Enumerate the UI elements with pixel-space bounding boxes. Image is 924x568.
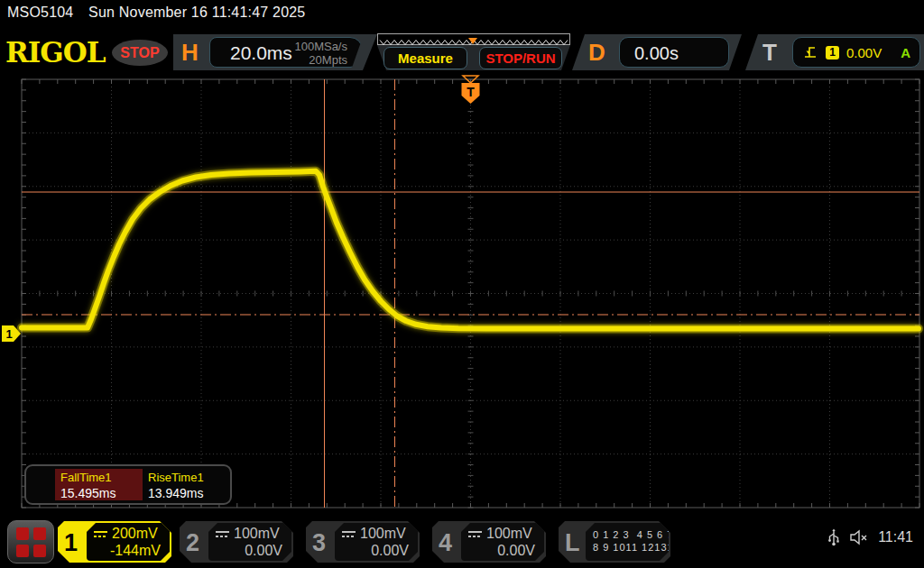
sound-muted-icon	[849, 529, 869, 545]
measurement-falltime[interactable]: FallTime1 15.495ms	[55, 469, 143, 500]
measurement-risetime[interactable]: RiseTime1 13.949ms	[143, 469, 230, 500]
quick-menu-button[interactable]	[7, 520, 54, 563]
measurement-results-panel[interactable]: FallTime1 15.495ms RiseTime1 13.949ms	[24, 464, 232, 505]
measurement-value: 15.495ms	[60, 485, 143, 501]
usb-icon	[827, 528, 840, 546]
measurement-label: RiseTime1	[148, 471, 230, 485]
channel-scale: 100mV	[486, 526, 532, 542]
channel-scale: 100mV	[360, 526, 406, 542]
measurement-value: 13.949ms	[148, 485, 230, 501]
svg-text:T: T	[467, 85, 475, 99]
logic-row-2: 8 9 1011 12131415	[593, 541, 660, 554]
channel-1-button[interactable]: 1 200mV -144mV	[56, 519, 173, 564]
channel-offset: 0.00V	[468, 543, 535, 559]
channel-scale: 100mV	[234, 526, 280, 542]
channel-number: 4	[439, 529, 452, 557]
system-tray: 11:41	[827, 528, 913, 546]
logic-row-1: 0 1 2 3 4 5 6 7	[593, 528, 660, 541]
menu-grid-icon	[33, 545, 46, 557]
channel-scale: 200mV	[112, 526, 158, 542]
channel-offset: 0.00V	[342, 543, 409, 559]
dc-coupling-icon	[216, 531, 229, 537]
menu-grid-icon	[33, 527, 46, 540]
menu-grid-icon	[16, 545, 29, 557]
menu-grid-icon	[16, 527, 29, 540]
dc-coupling-icon	[342, 531, 356, 537]
graticule-grid	[22, 79, 919, 508]
channel-4-button[interactable]: 4 100mV 0.00V	[430, 519, 548, 564]
channel-offset: -144mV	[94, 543, 161, 559]
measurement-label: FallTime1	[60, 471, 143, 485]
channel-3-button[interactable]: 3 100mV 0.00V	[304, 519, 421, 564]
dc-coupling-icon	[468, 531, 482, 537]
channel-number: 2	[186, 529, 199, 557]
logic-label: L	[565, 529, 580, 557]
clock: 11:41	[878, 529, 913, 545]
dc-coupling-icon	[94, 531, 107, 537]
svg-text:1: 1	[5, 327, 12, 341]
oscilloscope-screen: MSO5104 Sun November 16 11:41:47 2025 RI…	[0, 0, 924, 568]
channel-2-button[interactable]: 2 100mV 0.00V	[178, 519, 295, 564]
channel-number: 1	[64, 529, 78, 557]
channel-number: 3	[312, 529, 326, 557]
logic-channels-button[interactable]: L 0 1 2 3 4 5 6 7 8 9 1011 12131415	[557, 519, 672, 564]
channel-offset: 0.00V	[216, 543, 282, 559]
